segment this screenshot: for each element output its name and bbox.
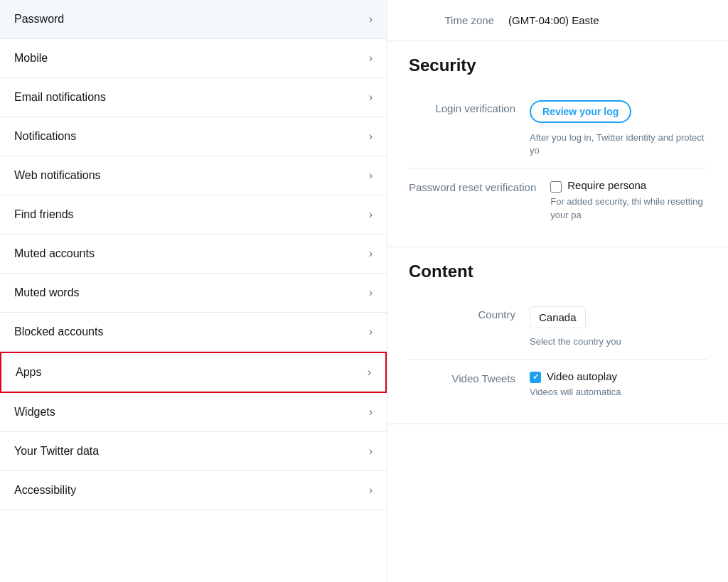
video-tweets-row: Video Tweets Video autoplay Videos will … [409, 360, 707, 409]
chevron-right-icon: › [369, 286, 373, 299]
sidebar-item-mobile[interactable]: Mobile› [0, 39, 387, 78]
sidebar-item-label-password: Password [14, 13, 64, 26]
video-tweets-content: Video autoplay Videos will automatica [530, 370, 707, 399]
sidebar-item-label-muted-words: Muted words [14, 286, 80, 299]
sidebar-item-password[interactable]: Password› [0, 0, 387, 39]
password-reset-description: For added security, thi while resetting … [550, 195, 707, 221]
sidebar-item-muted-words[interactable]: Muted words› [0, 274, 387, 313]
sidebar-item-label-email-notifications: Email notifications [14, 91, 106, 104]
sidebar-item-label-blocked-accounts: Blocked accounts [14, 325, 103, 338]
password-reset-content: Require persona For added security, thi … [550, 179, 707, 221]
chevron-right-icon: › [369, 52, 373, 65]
security-section: Security Login verification Review your … [387, 41, 728, 247]
sidebar-item-label-apps: Apps [16, 366, 41, 379]
country-value[interactable]: Canada [530, 306, 586, 328]
login-verification-label: Login verification [409, 100, 515, 114]
chevron-right-icon: › [369, 169, 373, 182]
video-autoplay-checkbox[interactable] [530, 372, 541, 383]
video-autoplay-label: Video autoplay [547, 370, 617, 382]
sidebar-item-label-notifications: Notifications [14, 130, 76, 143]
sidebar-item-label-accessibility: Accessibility [14, 484, 76, 497]
sidebar-item-label-your-twitter-data: Your Twitter data [14, 445, 99, 458]
chevron-right-icon: › [369, 484, 373, 497]
chevron-right-icon: › [369, 91, 373, 104]
settings-sidebar: Password›Mobile›Email notifications›Noti… [0, 0, 387, 582]
password-reset-checkbox[interactable] [550, 181, 562, 193]
password-reset-row: Password reset verification Require pers… [409, 168, 707, 232]
timezone-row: Time zone (GMT-04:00) Easte [387, 0, 728, 41]
chevron-right-icon: › [369, 247, 373, 260]
sidebar-item-blocked-accounts[interactable]: Blocked accounts› [0, 313, 387, 352]
sidebar-item-find-friends[interactable]: Find friends› [0, 195, 387, 235]
password-reset-checkbox-row: Require persona [550, 179, 707, 193]
sidebar-item-your-twitter-data[interactable]: Your Twitter data› [0, 432, 387, 471]
sidebar-item-notifications[interactable]: Notifications› [0, 117, 387, 156]
chevron-right-icon: › [369, 208, 373, 221]
country-description: Select the country you [530, 335, 707, 348]
sidebar-item-apps[interactable]: Apps› [0, 352, 387, 393]
password-reset-label: Password reset verification [409, 179, 536, 193]
content-title: Content [409, 262, 707, 281]
chevron-right-icon: › [368, 366, 371, 379]
review-log-button[interactable]: Review your log [530, 100, 631, 123]
sidebar-item-email-notifications[interactable]: Email notifications› [0, 78, 387, 117]
video-tweets-label: Video Tweets [409, 370, 515, 384]
sidebar-item-label-muted-accounts: Muted accounts [14, 247, 95, 260]
sidebar-item-label-mobile: Mobile [14, 52, 48, 65]
chevron-right-icon: › [369, 445, 373, 458]
video-autoplay-description: Videos will automatica [530, 386, 707, 399]
timezone-value: (GMT-04:00) Easte [508, 14, 599, 26]
chevron-right-icon: › [369, 325, 373, 338]
country-label: Country [409, 306, 515, 320]
login-verification-row: Login verification Review your log After… [409, 90, 707, 168]
chevron-right-icon: › [369, 13, 373, 26]
login-verification-content: Review your log After you log in, Twitte… [530, 100, 707, 157]
timezone-label: Time zone [409, 14, 494, 26]
country-content: Canada Select the country you [530, 306, 707, 348]
sidebar-item-web-notifications[interactable]: Web notifications› [0, 156, 387, 195]
password-reset-checkbox-label: Require persona [567, 179, 646, 191]
sidebar-item-label-find-friends: Find friends [14, 208, 74, 221]
sidebar-item-muted-accounts[interactable]: Muted accounts› [0, 235, 387, 274]
sidebar-item-widgets[interactable]: Widgets› [0, 393, 387, 432]
country-row: Country Canada Select the country you [409, 296, 707, 360]
settings-right-panel: Time zone (GMT-04:00) Easte Security Log… [387, 0, 728, 582]
sidebar-item-label-web-notifications: Web notifications [14, 169, 101, 182]
sidebar-item-accessibility[interactable]: Accessibility› [0, 471, 387, 510]
video-autoplay-row: Video autoplay [530, 370, 707, 383]
chevron-right-icon: › [369, 130, 373, 143]
sidebar-item-label-widgets: Widgets [14, 406, 55, 419]
security-title: Security [409, 55, 707, 75]
chevron-right-icon: › [369, 406, 373, 419]
content-section: Content Country Canada Select the countr… [387, 247, 728, 424]
login-verification-description: After you log in, Twitter identity and p… [530, 131, 707, 157]
